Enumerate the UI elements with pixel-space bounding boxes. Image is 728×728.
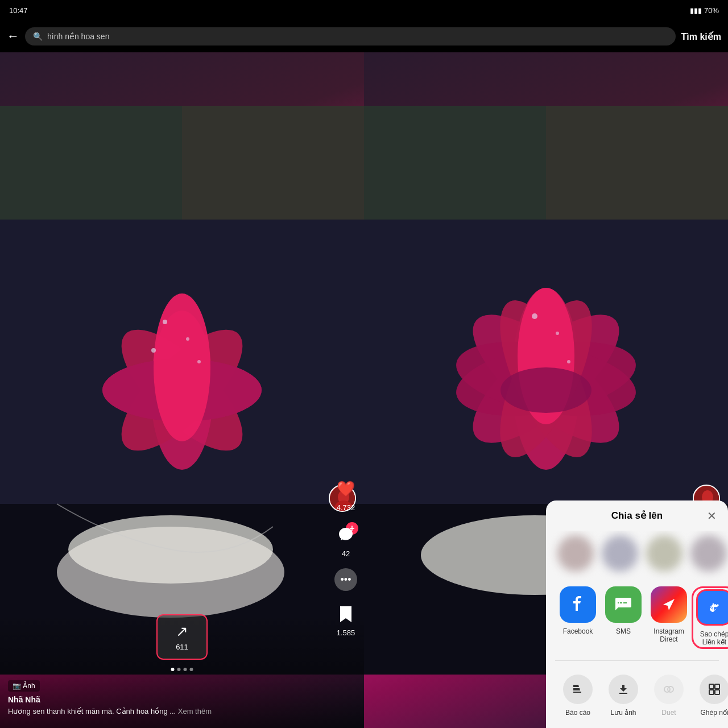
dot-3 xyxy=(184,668,187,671)
action-report[interactable]: Báo cáo xyxy=(555,675,601,717)
modal-header: Chia sẻ lên ✕ xyxy=(546,500,728,531)
bottom-content-left: 📷 Ảnh Nhã Nhã Hương sen thanh khiết mãn … xyxy=(0,673,330,728)
svg-point-12 xyxy=(163,320,167,324)
share-button[interactable]: ↗ 611 xyxy=(156,614,208,660)
svg-rect-44 xyxy=(709,684,714,689)
story-thumbnails-row xyxy=(546,531,728,581)
svg-point-31 xyxy=(500,367,592,413)
username: Nhã Nhã xyxy=(8,695,322,704)
bookmark-icon xyxy=(333,601,358,626)
svg-rect-20 xyxy=(364,106,546,220)
search-input[interactable]: hình nền hoa sen xyxy=(47,32,109,41)
svg-rect-47 xyxy=(715,690,719,694)
photo-tag: 📷 Ảnh xyxy=(8,680,40,692)
sms-icon xyxy=(605,586,642,623)
svg-rect-21 xyxy=(546,106,728,220)
modal-close-button[interactable]: ✕ xyxy=(707,509,717,523)
like-action[interactable]: ❤️ 4.732 xyxy=(333,476,358,512)
dot-1 xyxy=(171,668,175,671)
dots-navigation xyxy=(171,668,193,671)
bottom-actions-row: Báo cáo Lưu ảnh Duet xyxy=(546,667,728,717)
svg-rect-1 xyxy=(0,106,182,220)
save-icon xyxy=(609,675,638,704)
share-count: 611 xyxy=(176,643,188,651)
duet-label: Duet xyxy=(661,709,676,717)
action-duet: Duet xyxy=(646,675,692,717)
more-icon: ••• xyxy=(334,568,357,591)
instagram-direct-icon xyxy=(651,586,687,623)
caption: Hương sen thanh khiết mãn mà. Cảnh hoa h… xyxy=(8,706,322,717)
report-label: Báo cáo xyxy=(565,709,590,717)
instagram-direct-label: InstagramDirect xyxy=(653,627,684,643)
stitch-icon xyxy=(700,675,728,704)
back-button[interactable]: ← xyxy=(7,29,19,44)
copy-link-label: Sao chépLiên kết xyxy=(700,630,728,646)
dots-action[interactable]: ••• xyxy=(334,568,357,591)
action-buttons-left: ❤️ 4.732 42 ••• 1.585 xyxy=(333,476,358,637)
main-content: + ❤️ 4.732 42 ••• 1.585 xyxy=(0,52,728,728)
search-button[interactable]: Tìm kiếm xyxy=(681,31,721,42)
sms-label: SMS xyxy=(616,627,631,635)
dot-2 xyxy=(177,668,181,671)
share-instagram-direct[interactable]: InstagramDirect xyxy=(646,586,692,649)
share-apps-row: Facebook SMS InstagramDirect xyxy=(546,581,728,655)
comment-action[interactable]: 42 xyxy=(333,522,358,558)
comment-icon xyxy=(333,522,358,547)
dot-4 xyxy=(190,668,193,671)
status-left: 10:47 xyxy=(9,6,28,15)
search-input-wrap[interactable]: 🔍 hình nền hoa sen xyxy=(25,27,676,46)
status-bar: 10:47 ▮▮▮ 70% xyxy=(0,0,728,20)
share-copy-link[interactable]: Sao chépLiên kết xyxy=(692,586,728,649)
comment-count: 42 xyxy=(342,549,350,558)
action-stitch[interactable]: Ghép nối xyxy=(692,675,728,717)
status-time: 10:47 xyxy=(9,6,28,15)
search-icon: 🔍 xyxy=(33,32,43,41)
like-count: 4.732 xyxy=(337,503,355,512)
svg-rect-2 xyxy=(182,106,364,220)
svg-rect-46 xyxy=(709,690,714,694)
svg-point-13 xyxy=(186,337,189,341)
report-icon xyxy=(563,675,593,704)
svg-point-33 xyxy=(532,313,537,319)
share-button-area: ↗ 611 xyxy=(156,614,208,660)
share-facebook[interactable]: Facebook xyxy=(555,586,601,649)
svg-point-9 xyxy=(154,293,210,441)
battery-icon: ▮▮▮ 70% xyxy=(690,6,719,15)
svg-point-15 xyxy=(151,348,156,353)
action-save[interactable]: Lưu ảnh xyxy=(601,675,646,717)
duet-icon xyxy=(654,675,684,704)
svg-rect-45 xyxy=(715,684,719,689)
share-icon: ↗ xyxy=(176,623,188,640)
right-video-column: + ❤️ Chia sẻ lên ✕ xyxy=(364,52,728,728)
heart-icon: ❤️ xyxy=(333,476,358,501)
facebook-icon xyxy=(560,586,596,623)
story-thumb-3[interactable] xyxy=(646,535,682,572)
svg-point-35 xyxy=(567,360,570,363)
story-thumb-1[interactable] xyxy=(557,535,594,572)
search-bar: ← 🔍 hình nền hoa sen Tìm kiếm xyxy=(0,20,728,52)
bookmark-count: 1.585 xyxy=(337,628,355,637)
status-right: ▮▮▮ 70% xyxy=(690,6,719,15)
modal-divider xyxy=(555,660,719,661)
bookmark-action[interactable]: 1.585 xyxy=(333,601,358,637)
left-video-column: + ❤️ 4.732 42 ••• 1.585 xyxy=(0,52,364,728)
share-modal: Chia sẻ lên ✕ Facebook xyxy=(546,500,728,728)
share-sms[interactable]: SMS xyxy=(601,586,646,649)
see-more-link[interactable]: Xem thêm xyxy=(178,707,212,715)
story-thumb-2[interactable] xyxy=(602,535,638,572)
stitch-label: Ghép nối xyxy=(700,709,728,717)
svg-point-14 xyxy=(197,360,201,363)
svg-point-34 xyxy=(556,332,559,335)
save-label: Lưu ảnh xyxy=(610,709,636,717)
story-thumb-4[interactable] xyxy=(690,535,727,572)
modal-title: Chia sẻ lên xyxy=(611,510,663,522)
facebook-label: Facebook xyxy=(563,627,593,635)
copy-link-icon xyxy=(696,589,728,626)
